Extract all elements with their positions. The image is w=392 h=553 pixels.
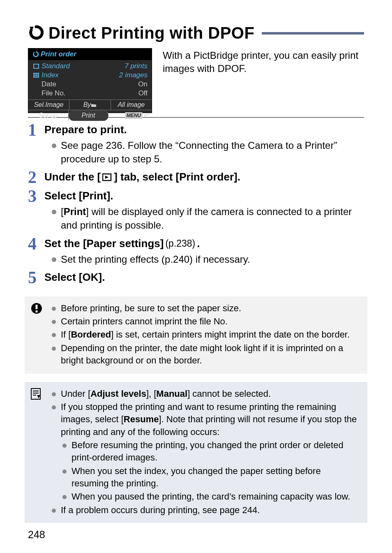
warning-box: Before printing, be sure to set the pape… <box>25 296 367 374</box>
step-bullet: See page 236. Follow the “Connecting the… <box>52 139 364 166</box>
step-number: 3 <box>28 187 44 234</box>
camscreen-title: Print order <box>28 49 152 60</box>
step-number: 5 <box>28 268 44 287</box>
note-sub-bullet: When you paused the printing, the card’s… <box>62 491 360 503</box>
camscreen-tab: By <box>69 100 111 110</box>
svg-text:·: · <box>111 173 111 176</box>
step-3: 3 Select [Print]. [Print] will be displa… <box>28 187 364 234</box>
camscreen-row-label: File No. <box>42 89 66 98</box>
step-4: 4 Set the [Paper settings] (p.238). Set … <box>28 235 364 268</box>
camscreen-tab: All image <box>111 100 152 110</box>
step-2: 2 Under the [·] tab, select [Print order… <box>28 168 364 186</box>
camscreen-row-value: Off <box>138 89 148 98</box>
step-title: Under the [·] tab, select [Print order]. <box>44 171 364 183</box>
camscreen-row-value: 7 prints <box>125 62 148 71</box>
camscreen-row-label: Date <box>42 80 56 89</box>
grid-icon <box>33 73 39 78</box>
folder-icon <box>91 103 97 107</box>
svg-rect-1 <box>33 73 39 78</box>
note-sub-bullet: When you set the index, you changed the … <box>62 465 360 490</box>
intro-row: Print order Standard7 prints Index2 imag… <box>28 48 364 113</box>
note-bullet: Under [Adjust levels], [Manual] cannot b… <box>52 388 360 400</box>
playback-tab-icon: · <box>102 173 112 182</box>
print-curved-arrow-icon <box>28 24 44 42</box>
camscreen-footer-setup: Set up <box>28 110 69 121</box>
heading-rule <box>262 32 364 35</box>
note-page-icon <box>30 388 42 402</box>
return-arrow-icon: ↶ <box>143 112 148 119</box>
warning-bullet: Depending on the printer, the date might… <box>52 342 360 367</box>
camscreen-footer: Set up Print MENU↶ <box>28 110 152 121</box>
camera-screen-preview: Print order Standard7 prints Index2 imag… <box>28 48 152 113</box>
camscreen-footer-menu: MENU↶ <box>108 110 152 121</box>
camscreen-body: Standard7 prints Index2 images DateOn Fi… <box>28 60 152 99</box>
camscreen-tab: Sel.Image <box>28 100 69 110</box>
note-box: Under [Adjust levels], [Manual] cannot b… <box>25 382 367 523</box>
page-title: Direct Printing with DPOF <box>48 24 254 42</box>
svg-rect-10 <box>36 310 38 312</box>
page-number: 248 <box>28 529 45 541</box>
intro-text: With a PictBridge printer, you can easil… <box>163 48 364 113</box>
step-title: Set the [Paper settings] (p.238). <box>44 237 364 250</box>
step-number: 1 <box>28 121 44 167</box>
camscreen-row-label: Index <box>42 71 59 80</box>
step-title: Prepare to print. <box>44 123 364 136</box>
warning-bullet: If [Bordered] is set, certain printers m… <box>52 329 360 341</box>
step-number: 4 <box>28 235 44 268</box>
warning-bullet: Before printing, be sure to set the pape… <box>52 302 360 315</box>
warning-bullet: Certain printers cannot imprint the file… <box>52 315 360 328</box>
caution-icon <box>30 302 43 316</box>
square-outline-icon <box>33 64 39 69</box>
camscreen-row-value: On <box>138 80 148 89</box>
camscreen-tabs: Sel.Image By All image <box>28 99 152 110</box>
step-number: 2 <box>28 168 44 186</box>
step-title: Select [Print]. <box>44 190 364 202</box>
step-title: Select [OK]. <box>44 271 364 284</box>
svg-rect-9 <box>36 305 38 309</box>
note-bullet: If a problem occurs during printing, see… <box>52 504 360 516</box>
camscreen-row-label: Standard <box>42 62 70 71</box>
step-5: 5 Select [OK]. <box>28 268 364 287</box>
svg-rect-0 <box>34 64 39 68</box>
step-bullet: Set the printing effects (p.240) if nece… <box>52 252 364 266</box>
step-1: 1 Prepare to print. See page 236. Follow… <box>28 121 364 167</box>
print-curved-arrow-icon <box>32 51 39 58</box>
page-heading: Direct Printing with DPOF <box>28 24 364 42</box>
steps: 1 Prepare to print. See page 236. Follow… <box>28 121 364 287</box>
camscreen-title-text: Print order <box>41 50 76 58</box>
note-bullet: If you stopped the printing and want to … <box>52 401 360 503</box>
camscreen-footer-print: Print <box>69 110 109 121</box>
step-bullet: [Print] will be displayed only if the ca… <box>52 205 364 232</box>
note-sub-bullet: Before resuming the printing, you change… <box>62 439 360 464</box>
camscreen-row-value: 2 images <box>119 71 148 80</box>
